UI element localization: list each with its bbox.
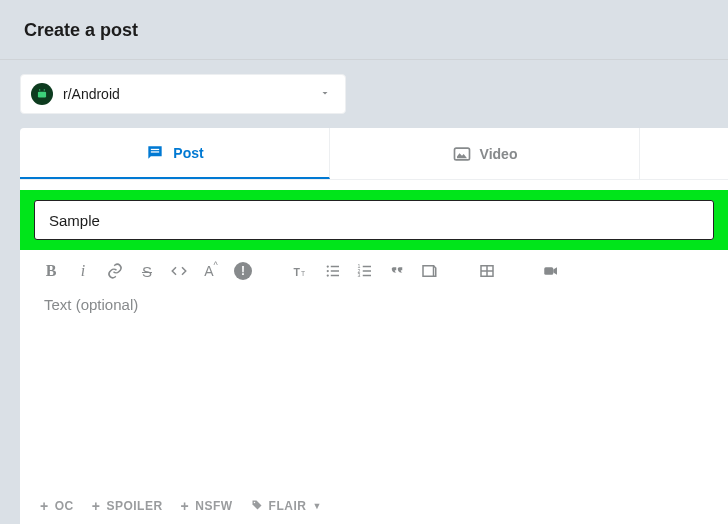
plus-icon: + bbox=[92, 498, 101, 514]
svg-text:T: T bbox=[301, 270, 305, 277]
code-block-button[interactable] bbox=[420, 262, 438, 280]
spoiler-tag-button[interactable]: + SPOILER bbox=[92, 498, 163, 514]
tab-video-label: Video bbox=[480, 146, 518, 162]
svg-rect-15 bbox=[363, 266, 371, 268]
svg-text:3: 3 bbox=[358, 272, 361, 278]
tab-video[interactable]: Video bbox=[330, 128, 640, 179]
svg-point-2 bbox=[44, 89, 45, 90]
tab-post-label: Post bbox=[173, 145, 203, 161]
spoiler-label: SPOILER bbox=[106, 499, 162, 513]
svg-rect-11 bbox=[331, 270, 339, 272]
inline-code-button[interactable] bbox=[170, 262, 188, 280]
format-toolbar: B i S A^ ! TT 123 bbox=[20, 250, 728, 286]
svg-rect-20 bbox=[423, 266, 434, 277]
strike-button[interactable]: S bbox=[138, 262, 156, 280]
video-insert-button[interactable] bbox=[542, 262, 560, 280]
svg-rect-3 bbox=[151, 148, 159, 149]
svg-rect-13 bbox=[331, 275, 339, 277]
number-list-button[interactable]: 123 bbox=[356, 262, 374, 280]
title-highlight bbox=[20, 190, 728, 250]
svg-point-10 bbox=[327, 270, 329, 272]
svg-point-12 bbox=[327, 274, 329, 276]
table-button[interactable] bbox=[478, 262, 496, 280]
community-name: r/Android bbox=[63, 86, 120, 102]
post-type-tabs: Post Video bbox=[20, 128, 728, 180]
svg-point-8 bbox=[327, 265, 329, 267]
svg-rect-9 bbox=[331, 266, 339, 268]
chevron-down-icon bbox=[319, 85, 331, 103]
svg-rect-0 bbox=[38, 92, 46, 98]
svg-rect-17 bbox=[363, 270, 371, 272]
quote-button[interactable] bbox=[388, 262, 406, 280]
image-video-icon bbox=[452, 144, 472, 164]
svg-rect-4 bbox=[151, 151, 159, 152]
tag-row: + OC + SPOILER + NSFW FLAIR ▼ bbox=[40, 498, 322, 514]
svg-text:T: T bbox=[294, 266, 301, 278]
svg-point-1 bbox=[39, 89, 40, 90]
superscript-button[interactable]: A^ bbox=[202, 262, 220, 280]
post-editor-card: Post Video B i S A^ ! TT bbox=[20, 128, 728, 524]
page-title: Create a post bbox=[0, 0, 728, 60]
bullet-list-button[interactable] bbox=[324, 262, 342, 280]
svg-point-25 bbox=[253, 501, 255, 503]
nsfw-tag-button[interactable]: + NSFW bbox=[181, 498, 233, 514]
link-button[interactable] bbox=[106, 262, 124, 280]
community-picker[interactable]: r/Android bbox=[20, 74, 346, 114]
tag-icon bbox=[251, 499, 263, 514]
bold-button[interactable]: B bbox=[42, 262, 60, 280]
flair-button[interactable]: FLAIR ▼ bbox=[251, 499, 322, 514]
chevron-down-icon: ▼ bbox=[312, 501, 321, 511]
oc-label: OC bbox=[55, 499, 74, 513]
svg-rect-19 bbox=[363, 275, 371, 277]
post-icon bbox=[145, 143, 165, 163]
plus-icon: + bbox=[181, 498, 190, 514]
oc-tag-button[interactable]: + OC bbox=[40, 498, 74, 514]
title-input[interactable] bbox=[34, 200, 714, 240]
community-icon bbox=[31, 83, 53, 105]
tab-post[interactable]: Post bbox=[20, 128, 330, 179]
spoiler-button[interactable]: ! bbox=[234, 262, 252, 280]
flair-label: FLAIR bbox=[269, 499, 307, 513]
heading-button[interactable]: TT bbox=[292, 262, 310, 280]
svg-rect-24 bbox=[544, 267, 553, 275]
nsfw-label: NSFW bbox=[195, 499, 232, 513]
body-placeholder: Text (optional) bbox=[44, 296, 704, 313]
body-editor[interactable]: Text (optional) bbox=[20, 286, 728, 323]
italic-button[interactable]: i bbox=[74, 262, 92, 280]
plus-icon: + bbox=[40, 498, 49, 514]
